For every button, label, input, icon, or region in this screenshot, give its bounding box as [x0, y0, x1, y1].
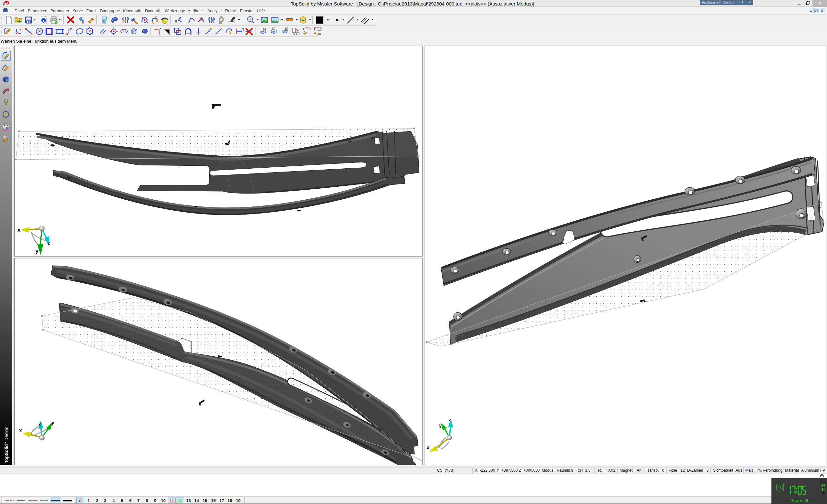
svg-text:z: z — [449, 417, 451, 422]
svg-text:x: x — [427, 445, 430, 450]
svg-text:i: i — [43, 19, 44, 22]
svg-text:z: z — [47, 240, 50, 246]
svg-text:H: H — [822, 487, 825, 492]
svg-text:z: z — [39, 421, 41, 426]
svg-text:24: 24 — [821, 483, 825, 488]
svg-text:y: y — [36, 248, 39, 254]
svg-text:0: 0 — [175, 20, 177, 23]
svg-text:A: A — [286, 28, 287, 30]
svg-text:y: y — [51, 420, 54, 425]
svg-text:y: y — [439, 422, 442, 428]
svg-text:x: x — [17, 227, 20, 233]
svg-text:x: x — [19, 428, 22, 433]
